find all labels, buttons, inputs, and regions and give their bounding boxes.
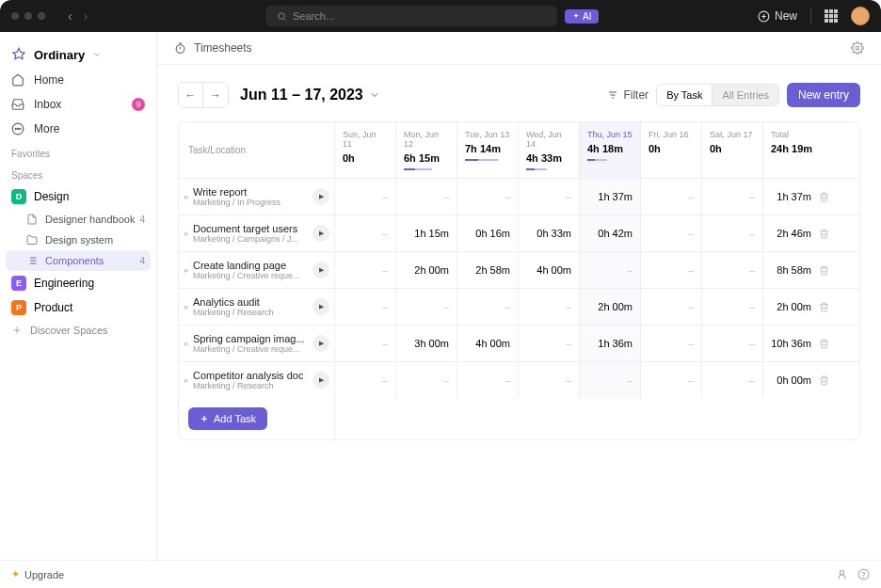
back-button[interactable]: ‹: [68, 8, 72, 24]
time-cell[interactable]: –: [519, 326, 580, 361]
time-cell[interactable]: –: [702, 215, 763, 251]
new-button[interactable]: New: [758, 9, 797, 23]
play-button[interactable]: ▶: [312, 262, 329, 278]
time-cell[interactable]: –: [641, 289, 702, 325]
time-cell[interactable]: –: [457, 362, 519, 398]
by-task-tab[interactable]: By Task: [657, 85, 713, 105]
add-task-button[interactable]: Add Task: [188, 407, 267, 430]
time-cell[interactable]: –: [335, 289, 396, 325]
all-entries-tab[interactable]: All Entries: [713, 85, 778, 105]
time-cell[interactable]: –: [702, 362, 763, 398]
play-button[interactable]: ▶: [312, 225, 329, 242]
time-cell[interactable]: –: [519, 362, 580, 398]
space-product[interactable]: P Product: [0, 295, 156, 320]
nav-more[interactable]: More: [0, 117, 156, 141]
workspace-switcher[interactable]: Ordinary: [0, 41, 156, 68]
delete-row-button[interactable]: [819, 192, 829, 202]
minimize-dot[interactable]: [24, 12, 32, 20]
filter-button[interactable]: Filter: [607, 88, 649, 102]
expand-caret-icon[interactable]: ▸: [184, 339, 189, 348]
time-cell[interactable]: 4h 00m: [457, 326, 519, 361]
time-cell[interactable]: 2h 58m: [457, 252, 519, 288]
expand-caret-icon[interactable]: ▸: [184, 375, 189, 385]
time-cell[interactable]: –: [396, 362, 457, 398]
time-cell[interactable]: –: [396, 179, 457, 215]
time-cell[interactable]: –: [641, 179, 702, 215]
nav-home[interactable]: Home: [0, 68, 156, 92]
time-cell[interactable]: –: [580, 252, 641, 288]
time-cell[interactable]: 0h 16m: [457, 215, 519, 251]
time-cell[interactable]: –: [519, 289, 580, 325]
time-cell[interactable]: –: [702, 326, 763, 361]
time-cell[interactable]: 0h 42m: [580, 215, 641, 251]
zoom-dot[interactable]: [38, 12, 45, 20]
time-cell[interactable]: –: [641, 252, 702, 288]
time-cell[interactable]: –: [335, 326, 396, 361]
time-cell[interactable]: –: [396, 289, 457, 325]
ai-badge[interactable]: AI: [565, 9, 599, 24]
time-cell[interactable]: –: [641, 326, 702, 361]
time-cell[interactable]: –: [641, 215, 702, 251]
person-icon[interactable]: [836, 568, 848, 580]
time-cell[interactable]: 2h 00m: [396, 252, 457, 288]
time-cell[interactable]: 1h 36m: [580, 326, 641, 361]
time-cell[interactable]: –: [335, 362, 396, 398]
forward-button[interactable]: ›: [84, 8, 88, 24]
user-avatar[interactable]: [851, 7, 870, 25]
time-cell[interactable]: –: [457, 179, 519, 215]
time-cell[interactable]: –: [335, 252, 396, 288]
delete-row-button[interactable]: [819, 339, 829, 349]
time-cell[interactable]: –: [457, 289, 519, 325]
discover-spaces[interactable]: Discover Spaces: [0, 320, 156, 341]
time-cell[interactable]: 0h 33m: [519, 215, 580, 251]
apps-icon[interactable]: [825, 9, 838, 23]
time-cell[interactable]: 4h 00m: [519, 252, 580, 288]
task-cell[interactable]: ▸Document target usersMarketing / Campai…: [179, 215, 335, 251]
date-range[interactable]: Jun 11 – 17, 2023: [240, 87, 380, 103]
search-input[interactable]: Search...: [265, 6, 557, 26]
time-cell[interactable]: –: [702, 252, 763, 288]
task-cell[interactable]: ▸Competitor analysis docMarketing / Rese…: [179, 362, 335, 398]
time-cell[interactable]: 3h 00m: [396, 326, 457, 361]
delete-row-button[interactable]: [819, 229, 829, 239]
child-designer-handbook[interactable]: Designer handbook 4: [0, 209, 156, 230]
time-cell[interactable]: –: [641, 362, 702, 398]
time-cell[interactable]: 1h 15m: [396, 215, 457, 251]
delete-row-button[interactable]: [819, 375, 829, 386]
delete-row-button[interactable]: [819, 265, 829, 276]
time-cell[interactable]: –: [702, 289, 763, 325]
expand-caret-icon[interactable]: ▸: [184, 302, 189, 311]
task-cell[interactable]: ▸Analytics auditMarketing / Research▶: [179, 289, 335, 325]
time-cell[interactable]: 1h 37m: [580, 179, 641, 215]
upgrade-link[interactable]: Upgrade: [24, 569, 64, 580]
child-design-system[interactable]: Design system: [0, 230, 156, 250]
child-components[interactable]: Components 4: [6, 250, 151, 271]
next-week-button[interactable]: →: [203, 83, 228, 107]
time-cell[interactable]: –: [702, 179, 763, 215]
task-cell[interactable]: ▸Spring campaign imag...Marketing / Crea…: [179, 326, 335, 361]
play-button[interactable]: ▶: [312, 335, 329, 352]
settings-icon[interactable]: [851, 41, 864, 55]
new-entry-button[interactable]: New entry: [787, 83, 860, 107]
time-cell[interactable]: –: [580, 362, 641, 398]
expand-caret-icon[interactable]: ▸: [184, 265, 189, 275]
time-cell[interactable]: –: [335, 215, 396, 251]
divider: [810, 8, 811, 24]
nav-inbox[interactable]: Inbox 9: [0, 92, 156, 117]
close-dot[interactable]: [11, 12, 19, 20]
space-engineering[interactable]: E Engineering: [0, 271, 156, 295]
time-cell[interactable]: 2h 00m: [580, 289, 641, 325]
help-icon[interactable]: [857, 568, 870, 580]
prev-week-button[interactable]: ←: [179, 83, 203, 107]
task-cell[interactable]: ▸Write reportMarketing / In Progress▶: [179, 179, 335, 215]
delete-row-button[interactable]: [819, 302, 829, 312]
play-button[interactable]: ▶: [312, 298, 329, 315]
play-button[interactable]: ▶: [312, 188, 329, 205]
expand-caret-icon[interactable]: ▸: [184, 229, 189, 238]
time-cell[interactable]: –: [519, 179, 580, 215]
space-design[interactable]: D Design: [0, 184, 156, 209]
task-cell[interactable]: ▸Create landing pageMarketing / Creative…: [179, 252, 335, 288]
expand-caret-icon[interactable]: ▸: [184, 192, 189, 201]
time-cell[interactable]: –: [335, 179, 396, 215]
play-button[interactable]: ▶: [312, 372, 329, 389]
